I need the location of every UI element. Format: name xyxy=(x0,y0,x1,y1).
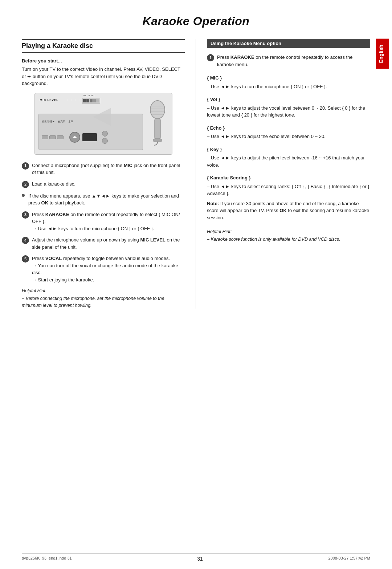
btn-1 xyxy=(42,135,48,139)
mic-level-text: MIC LEVEL xyxy=(40,98,59,102)
helpful-hint-title-right: Helpful Hint: xyxy=(207,228,370,235)
step-5-arrow2: → Start enjoying the karaoke. xyxy=(32,277,94,283)
btn-2 xyxy=(49,135,56,139)
mic-text: – Use ◄► keys to turn the microphone { O… xyxy=(207,83,370,90)
nav-circle: ◀▶ xyxy=(69,132,80,143)
bullet-content: If the disc menu appears, use ▲▼◄► keys … xyxy=(28,192,185,207)
footer-right: 2008-03-27 1:57:42 PM xyxy=(328,556,370,562)
karaoke-scoring-text: – Use ◄► keys to select scoring ranks: {… xyxy=(207,183,370,197)
page-title: Karaoke Operation xyxy=(22,15,370,28)
top-margin-line-left xyxy=(15,11,29,11)
footer-left: dvp3256K_93_eng1.indd 31 xyxy=(22,556,72,562)
bullet-step: If the disc menu appears, use ▲▼◄► keys … xyxy=(22,192,185,207)
vol-section: { Vol } – Use ◄► keys to adjust the voca… xyxy=(207,96,370,119)
round-btn-2 xyxy=(102,138,108,144)
key-section: { Key } – Use ◄► keys to adjust the pitc… xyxy=(207,146,370,169)
right-step-1-content: Press KARAOKE on the remote control repe… xyxy=(217,54,370,68)
microphone-svg xyxy=(147,99,168,146)
helpful-hint-text-right: – Karaoke score function is only availab… xyxy=(207,236,370,243)
device-controls: ◀▶ xyxy=(42,131,140,144)
round-btn-1 xyxy=(102,131,108,137)
device-pointer xyxy=(93,108,111,126)
mic-dots: · · · · xyxy=(68,98,81,102)
step-5-arrow1: → You can turn off the vocal or change t… xyxy=(32,263,178,276)
label-2: 麦克风 xyxy=(58,120,65,123)
step-3-arrow: → Use ◄► keys to turn the microphone { O… xyxy=(32,226,154,231)
right-column: English Using the Karaoke Menu option 1 … xyxy=(196,39,370,309)
step-4-num: 4 xyxy=(22,237,29,244)
bar-seg-3 xyxy=(90,99,93,102)
karaoke-scoring-title: { Karaoke Scoring } xyxy=(207,174,370,182)
mic-level-bar xyxy=(82,98,100,103)
helpful-hint-left: Helpful Hint: – Before connecting the mi… xyxy=(22,288,185,309)
right-step-1-num: 1 xyxy=(207,54,214,61)
bar-seg-2 xyxy=(86,99,89,102)
step-4-content: Adjust the microphone volume up or down … xyxy=(32,236,185,251)
device-right-btns xyxy=(102,131,108,144)
key-title: { Key } xyxy=(207,146,370,153)
step-5-num: 5 xyxy=(22,255,29,263)
label-1: 输出/管理▶ xyxy=(42,120,55,123)
mic-level-small: MIC LEVEL xyxy=(83,94,95,97)
device-body: 输出/管理▶ 麦克风 水平 ◀▶ xyxy=(38,114,143,150)
label-3: 水平 xyxy=(68,120,73,123)
page-footer: dvp3256K_93_eng1.indd 31 31 2008-03-27 1… xyxy=(22,553,370,562)
mic-section: { MIC } – Use ◄► keys to turn the microp… xyxy=(207,74,370,90)
left-section-header: Playing a Karaoke disc xyxy=(22,39,185,53)
step-3-num: 3 xyxy=(22,211,29,219)
echo-title: { Echo } xyxy=(207,125,370,132)
bar-seg-5 xyxy=(96,99,99,102)
echo-text: – Use ◄► keys to adjust the echo level b… xyxy=(207,133,370,140)
step-2-num: 2 xyxy=(22,181,29,188)
before-start-text: Turn on your TV to the correct Video In … xyxy=(22,66,185,87)
key-text: – Use ◄► keys to adjust the pitch level … xyxy=(207,154,370,168)
page-container: Karaoke Operation Playing a Karaoke disc… xyxy=(0,0,392,569)
step-4: 4 Adjust the microphone volume up or dow… xyxy=(22,236,185,251)
microphone-area xyxy=(143,97,172,148)
karaoke-scoring-section: { Karaoke Scoring } – Use ◄► keys to sel… xyxy=(207,174,370,221)
nav-controls: ◀▶ xyxy=(69,132,97,143)
bar-seg-4 xyxy=(93,99,96,102)
helpful-hint-text-left: – Before connecting the microphone, set … xyxy=(22,295,185,309)
helpful-hint-right: Helpful Hint: – Karaoke score function i… xyxy=(207,228,370,243)
right-section-header: Using the Karaoke Menu option xyxy=(207,39,370,48)
btn-3 xyxy=(57,135,64,139)
vol-title: { Vol } xyxy=(207,96,370,103)
right-step-1: 1 Press KARAOKE on the remote control re… xyxy=(207,54,370,68)
mic-level-image-area: MIC LEVEL · · · · MIC LEVEL xyxy=(22,93,185,155)
step-5-content: Press VOCAL repeatedly to toggle between… xyxy=(32,255,185,283)
bullet-dot xyxy=(22,194,25,197)
karaoke-scoring-note: Note: If you score 30 points and above a… xyxy=(207,200,370,221)
svg-point-0 xyxy=(150,101,165,119)
step-2: 2 Load a karaoke disc. xyxy=(22,180,185,188)
step-3-content: Press KARAOKE on the remote control repe… xyxy=(32,211,185,232)
pointer-svg xyxy=(93,108,111,126)
step-1: 1 Connect a microphone (not supplied) to… xyxy=(22,162,185,176)
device-display xyxy=(82,133,97,141)
mic-title: { MIC } xyxy=(207,74,370,82)
step-1-content: Connect a microphone (not supplied) to t… xyxy=(32,162,185,176)
helpful-hint-title-left: Helpful Hint: xyxy=(22,288,185,294)
svg-rect-1 xyxy=(155,119,160,139)
language-tab: English xyxy=(376,39,389,69)
before-start-heading: Before you start... xyxy=(22,58,185,64)
step-2-content: Load a karaoke disc. xyxy=(32,180,185,188)
top-margin-line-right xyxy=(363,11,377,11)
vol-text: – Use ◄► keys to adjust the vocal level … xyxy=(207,105,370,119)
step-3: 3 Press KARAOKE on the remote control re… xyxy=(22,211,185,232)
svg-rect-2 xyxy=(153,139,162,142)
main-content: Playing a Karaoke disc Before you start.… xyxy=(22,39,370,309)
step-5: 5 Press VOCAL repeatedly to toggle betwe… xyxy=(22,255,185,283)
step-1-num: 1 xyxy=(22,162,29,170)
left-column: Playing a Karaoke disc Before you start.… xyxy=(22,39,196,309)
device-labels: 输出/管理▶ 麦克风 水平 xyxy=(42,120,140,123)
echo-section: { Echo } – Use ◄► keys to adjust the ech… xyxy=(207,125,370,140)
bar-seg-1 xyxy=(83,99,86,102)
page-number: 31 xyxy=(197,556,203,562)
device-buttons xyxy=(42,135,64,139)
